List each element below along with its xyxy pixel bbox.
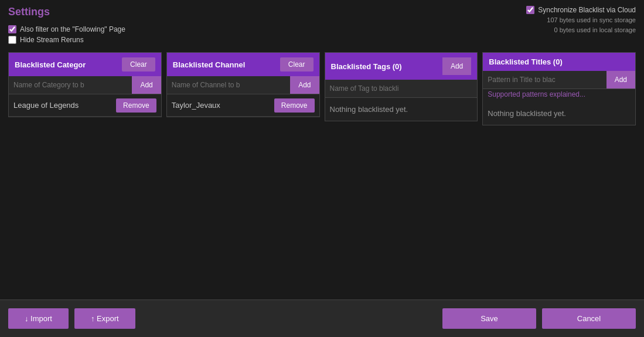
categories-input[interactable] [9, 76, 132, 94]
sync-label: Synchronize Blacklist via Cloud [538, 6, 636, 14]
channels-add-button[interactable]: Add [290, 76, 319, 94]
supported-patterns-link[interactable]: Supported patterns explained... [483, 89, 635, 102]
titles-title: Blacklisted Titles (0) [489, 57, 562, 66]
following-page-checkbox[interactable] [8, 25, 16, 33]
top-right: Synchronize Blacklist via Cloud 107 byte… [526, 6, 636, 35]
titles-add-button[interactable]: Add [606, 71, 635, 88]
categories-input-row: Add [9, 76, 161, 94]
channels-item-0: Taylor_Jevaux Remove [167, 94, 319, 117]
tags-add-button[interactable]: Add [442, 57, 471, 75]
hide-reruns-label: Hide Stream Reruns [20, 36, 84, 44]
import-button[interactable]: ↓ Import [8, 308, 69, 329]
categories-add-button[interactable]: Add [132, 76, 161, 94]
channels-header: Blacklisted Channel Clear [167, 53, 319, 76]
save-button[interactable]: Save [442, 308, 536, 329]
cancel-button[interactable]: Cancel [542, 308, 636, 329]
storage-line1: 107 bytes used in sync storage [547, 15, 636, 25]
hide-reruns-checkbox[interactable] [8, 36, 16, 44]
titles-header: Blacklisted Titles (0) [483, 53, 635, 71]
panels-container: Blacklisted Categor Clear Add League of … [8, 52, 636, 125]
tags-title: Blacklisted Tags (0) [331, 62, 402, 71]
settings-title: Settings [8, 6, 125, 18]
footer-right: Save Cancel [442, 308, 636, 329]
tags-panel: Blacklisted Tags (0) Add Nothing blackli… [325, 52, 478, 121]
channels-item-label-0: Taylor_Jevaux [172, 101, 220, 110]
tags-header: Blacklisted Tags (0) Add [325, 53, 478, 80]
titles-input-row: Add [483, 71, 635, 89]
following-page-checkbox-row[interactable]: Also filter on the "Following" Page [8, 25, 125, 33]
hide-reruns-checkbox-row[interactable]: Hide Stream Reruns [8, 36, 125, 44]
storage-info: 107 bytes used in sync storage 0 bytes u… [547, 15, 636, 35]
tags-input-row [325, 80, 478, 98]
categories-title: Blacklisted Categor [15, 60, 86, 69]
titles-empty-text: Nothing blacklisted yet. [483, 102, 635, 125]
following-page-label: Also filter on the "Following" Page [20, 25, 125, 33]
sync-row[interactable]: Synchronize Blacklist via Cloud [526, 6, 636, 14]
channels-remove-button-0[interactable]: Remove [274, 98, 315, 113]
main-area: Settings Also filter on the "Following" … [0, 0, 644, 299]
channels-clear-button[interactable]: Clear [280, 57, 314, 72]
categories-remove-button-0[interactable]: Remove [116, 98, 156, 113]
titles-panel: Blacklisted Titles (0) Add Supported pat… [482, 52, 636, 125]
channels-input[interactable] [167, 76, 290, 94]
sync-checkbox[interactable] [526, 6, 534, 14]
titles-input[interactable] [483, 71, 606, 88]
tags-empty-text: Nothing blacklisted yet. [325, 98, 478, 121]
top-left: Settings Also filter on the "Following" … [8, 6, 125, 44]
categories-clear-button[interactable]: Clear [122, 57, 155, 72]
storage-line2: 0 bytes used in local storage [547, 25, 636, 35]
top-bar: Settings Also filter on the "Following" … [8, 6, 636, 44]
channels-panel: Blacklisted Channel Clear Add Taylor_Jev… [166, 52, 320, 117]
tags-input[interactable] [325, 80, 478, 97]
export-button[interactable]: ↑ Export [74, 308, 135, 329]
footer: ↓ Import ↑ Export Save Cancel [0, 299, 644, 337]
channels-input-row: Add [167, 76, 319, 94]
footer-left: ↓ Import ↑ Export [8, 308, 135, 329]
categories-item-label-0: League of Legends [13, 101, 79, 110]
categories-item-0: League of Legends Remove [9, 94, 161, 117]
categories-panel: Blacklisted Categor Clear Add League of … [8, 52, 162, 117]
categories-header: Blacklisted Categor Clear [9, 53, 161, 76]
channels-title: Blacklisted Channel [173, 60, 246, 69]
